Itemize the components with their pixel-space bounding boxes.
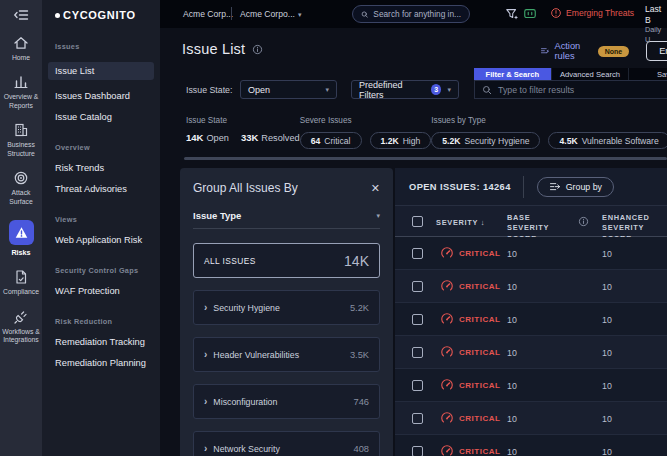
sidebar-item-risk-trends[interactable]: Risk Trends <box>55 163 152 173</box>
global-search-input[interactable]: Search for anything in... <box>352 5 470 23</box>
rail-label-risks: Risks <box>11 248 30 257</box>
filter-results-placeholder: Type to filter results <box>498 85 574 95</box>
main-content: Issue List Action rules None Enhan Issue… <box>160 28 667 456</box>
pill-critical[interactable]: 64Critical <box>300 132 362 149</box>
tab-advanced-search[interactable]: Advanced Search <box>552 68 630 80</box>
predefined-filters-label: Predefined Filters <box>359 80 426 100</box>
update-status: Last B Daily U <box>645 4 667 44</box>
table-row[interactable]: CRITICAL 10 10 <box>395 369 667 402</box>
row-checkbox[interactable] <box>412 314 423 325</box>
group-card-count: 5.2K <box>350 303 369 313</box>
row-checkbox[interactable] <box>412 380 423 391</box>
group-card-network-security[interactable]: › Network Security 408 <box>193 431 380 456</box>
chat-icon[interactable] <box>523 7 537 25</box>
row-checkbox[interactable] <box>412 281 423 292</box>
group-card-security-hygiene[interactable]: › Security Hygiene 5.2K <box>193 290 380 325</box>
severity-badge: CRITICAL <box>459 381 500 390</box>
tab-saved[interactable]: Saved <box>629 68 667 80</box>
pill-vulnerable-software[interactable]: 4.5KVulnerable Software <box>548 132 667 149</box>
emerging-threats-button[interactable]: Emerging Threats <box>550 7 634 19</box>
sort-desc-icon[interactable]: ↓ <box>481 218 485 227</box>
predefined-filters-select[interactable]: Predefined Filters 3 ▾ <box>351 80 459 99</box>
row-checkbox[interactable] <box>412 446 423 456</box>
action-rules-icon <box>540 45 549 57</box>
enhanced-severity-score: 10 <box>602 381 612 391</box>
predefined-filters-count: 3 <box>431 84 441 95</box>
close-icon[interactable]: ✕ <box>371 182 380 195</box>
issue-state-select[interactable]: Open ▾ <box>240 80 337 99</box>
severity-badge: CRITICAL <box>459 315 500 324</box>
group-card-header-vulnerabilities[interactable]: › Header Vulnerabilities 3.5K <box>193 337 380 372</box>
row-checkbox[interactable] <box>412 248 423 259</box>
horizontal-scrollbar[interactable] <box>184 157 667 160</box>
org-primary: Acme Corp... <box>183 9 233 19</box>
tab-filter-search[interactable]: Filter & Search <box>474 68 552 80</box>
row-checkbox[interactable] <box>412 347 423 358</box>
rail-item-attack-surface[interactable]: Attack Surface <box>9 170 32 206</box>
base-severity-score: 10 <box>507 447 517 456</box>
plug-icon <box>13 309 29 325</box>
table-row[interactable]: CRITICAL 10 10 <box>395 336 667 369</box>
group-type-select[interactable]: Issue Type ▾ <box>193 210 380 229</box>
rail-item-home[interactable]: Home <box>12 35 30 62</box>
select-all-checkbox[interactable] <box>412 216 423 227</box>
home-icon <box>13 35 29 51</box>
rail-item-business-structure[interactable]: Business Structure <box>7 122 35 158</box>
sidebar-item-web-application-risk[interactable]: Web Application Risk <box>55 235 152 245</box>
base-severity-score: 10 <box>507 315 517 325</box>
building-icon <box>13 122 29 138</box>
severity-badge: CRITICAL <box>459 414 500 423</box>
filter-sparkle-icon[interactable] <box>505 7 519 25</box>
app-window: Home Overview & Reports Business Structu… <box>0 0 667 456</box>
rail-item-overview-reports[interactable]: Overview & Reports <box>4 74 39 110</box>
rail-item-compliance[interactable]: Compliance <box>3 269 39 296</box>
group-card-all-issues[interactable]: ALL ISSUES 14K <box>193 243 380 278</box>
group-card-misconfiguration[interactable]: › Misconfiguration 746 <box>193 384 380 419</box>
sidebar-item-remediation-planning[interactable]: Remediation Planning <box>55 358 152 368</box>
sidebar-item-waf-protection[interactable]: WAF Protection <box>55 286 152 296</box>
table-rows: CRITICAL 10 10 CRITICAL 10 10 CRITICAL 1… <box>395 237 667 456</box>
rail-item-risks[interactable]: Risks <box>9 220 34 257</box>
table-row[interactable]: CRITICAL 10 10 <box>395 402 667 435</box>
stat-label: Issue State <box>186 116 300 125</box>
group-type-value: Issue Type <box>193 210 241 221</box>
group-card-count: 3.5K <box>350 350 369 360</box>
row-checkbox[interactable] <box>412 413 423 424</box>
severity-badge: CRITICAL <box>459 249 500 258</box>
stat-group-severe-issues: Severe Issues 64Critical 1.2KHigh <box>300 116 432 149</box>
sidebar-item-issues-dashboard[interactable]: Issues Dashboard <box>55 91 152 101</box>
org-selector[interactable]: Acme Corpo...▾ <box>240 9 301 19</box>
enhance-button[interactable]: Enhan <box>646 41 667 61</box>
stats-bar: Issue State 14KOpen 33KResolved Severe I… <box>186 116 667 149</box>
sidebar-item-issue-catalog[interactable]: Issue Catalog <box>55 112 152 122</box>
sidebar-item-issue-list[interactable]: Issue List <box>48 62 154 80</box>
sidebar-item-threat-advisories[interactable]: Threat Advisories <box>55 184 152 194</box>
severity-gauge-icon <box>440 444 454 456</box>
rail-item-workflows-integrations[interactable]: Workflows & Integrations <box>2 309 40 345</box>
chevron-right-icon: › <box>204 302 207 313</box>
table-row[interactable]: CRITICAL 10 10 <box>395 303 667 336</box>
filter-results-input[interactable]: Type to filter results <box>474 80 667 99</box>
table-row[interactable]: CRITICAL 10 10 <box>395 270 667 303</box>
collapse-sidebar-icon[interactable] <box>13 7 29 23</box>
group-card-count: 14K <box>344 253 369 269</box>
pill-security-hygiene[interactable]: 5.2KSecurity Hygiene <box>431 132 540 149</box>
action-rules-link[interactable]: Action rules <box>554 41 592 61</box>
severity-gauge-icon <box>440 246 454 260</box>
sidebar-item-remediation-tracking[interactable]: Remediation Tracking <box>55 337 152 347</box>
table-row[interactable]: CRITICAL 10 10 <box>395 237 667 270</box>
sidebar-section-risk-reduction: Risk Reduction <box>55 317 152 326</box>
cycognito-logo-mark <box>55 13 60 18</box>
group-by-button[interactable]: Group by <box>537 177 614 197</box>
open-issues-count: OPEN ISSUES: 14264 <box>409 182 511 192</box>
base-severity-score: 10 <box>507 414 517 424</box>
severity-badge: CRITICAL <box>459 348 500 357</box>
column-severity[interactable]: SEVERITY ↓ <box>436 218 485 228</box>
table-row[interactable]: CRITICAL 10 10 <box>395 435 667 456</box>
info-icon[interactable] <box>578 216 589 227</box>
severity-gauge-icon <box>440 378 454 392</box>
info-icon[interactable] <box>252 44 263 55</box>
stat-label: Issues by Type <box>431 116 667 125</box>
stat-resolved: 33KResolved <box>241 132 300 143</box>
pill-high[interactable]: 1.2KHigh <box>370 132 432 149</box>
